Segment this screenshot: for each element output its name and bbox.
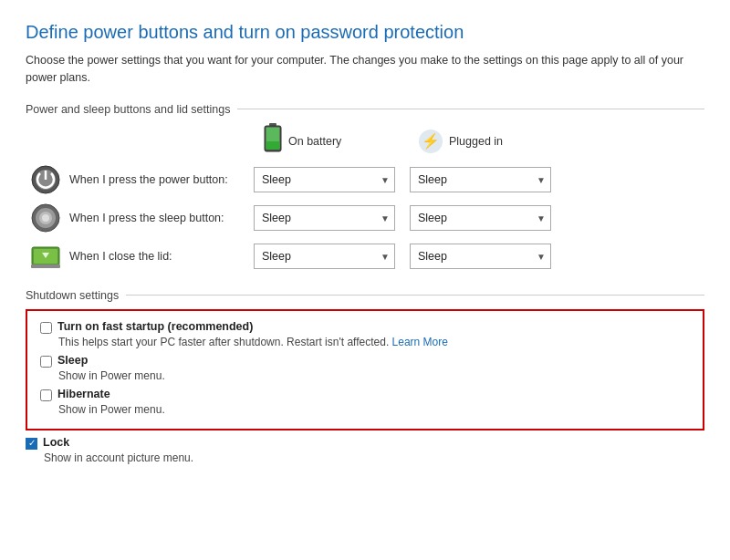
plug-icon: ⚡ — [418, 129, 443, 154]
hibernate-menu-checkbox[interactable] — [40, 389, 52, 401]
svg-text:⚡: ⚡ — [422, 132, 440, 150]
power-button-plugged-in-dropdown[interactable]: Sleep Do nothing Hibernate Shut down Tur… — [410, 167, 551, 192]
fast-startup-checkbox[interactable] — [40, 322, 52, 334]
hibernate-menu-checkbox-row: Hibernate — [40, 388, 690, 401]
sleep-menu-item: Sleep Show in Power menu. — [40, 354, 690, 382]
column-headers: On battery ⚡ Plugged in — [263, 123, 704, 160]
lid-plugged-in-select[interactable]: Sleep Do nothing Hibernate Shut down — [410, 244, 551, 269]
sleep-menu-label[interactable]: Sleep — [57, 354, 88, 367]
on-battery-header: On battery — [263, 123, 418, 160]
lid-on-battery-dropdown[interactable]: Sleep Do nothing Hibernate Shut down ▼ — [254, 244, 395, 269]
learn-more-link[interactable]: Learn More — [392, 336, 448, 348]
sleep-menu-checkbox-row: Sleep — [40, 354, 690, 368]
fast-startup-checkbox-row: Turn on fast startup (recommended) — [40, 320, 690, 334]
sleep-menu-checkbox[interactable] — [40, 356, 52, 368]
lock-label: Lock — [43, 436, 69, 449]
sleep-button-on-battery-select[interactable]: Sleep Do nothing Hibernate Shut down — [254, 205, 395, 231]
power-sleep-section-header: Power and sleep buttons and lid settings — [26, 103, 704, 116]
sleep-button-icon — [29, 202, 62, 234]
fast-startup-sublabel: This helps start your PC faster after sh… — [58, 336, 690, 348]
fast-startup-label[interactable]: Turn on fast startup (recommended) — [57, 320, 253, 333]
page-description: Choose the power settings that you want … — [26, 52, 704, 87]
power-button-on-battery-select[interactable]: Sleep Do nothing Hibernate Shut down Tur… — [254, 167, 395, 192]
hibernate-menu-item: Hibernate Show in Power menu. — [40, 388, 690, 416]
sleep-button-plugged-in-select[interactable]: Sleep Do nothing Hibernate Shut down — [410, 205, 551, 231]
lock-checked-icon — [26, 438, 37, 450]
svg-rect-3 — [266, 141, 280, 150]
sleep-button-on-battery-dropdown[interactable]: Sleep Do nothing Hibernate Shut down ▼ — [254, 205, 395, 231]
power-button-on-battery-dropdown[interactable]: Sleep Do nothing Hibernate Shut down Tur… — [254, 167, 395, 192]
lid-on-battery-select[interactable]: Sleep Do nothing Hibernate Shut down — [254, 244, 395, 269]
sleep-button-label: When I press the sleep button: — [62, 212, 254, 224]
lid-label: When I close the lid: — [62, 250, 254, 263]
power-button-label: When I press the power button: — [62, 173, 254, 186]
sleep-button-row: When I press the sleep button: Sleep Do … — [26, 202, 704, 234]
battery-icon — [263, 123, 283, 160]
fast-startup-item: Turn on fast startup (recommended) This … — [40, 320, 690, 348]
lock-menu-item: Lock Show in account picture menu. — [26, 436, 704, 464]
lock-sublabel: Show in account picture menu. — [44, 451, 704, 464]
svg-point-11 — [42, 214, 49, 222]
power-button-row: When I press the power button: Sleep Do … — [26, 163, 704, 196]
shutdown-section: Shutdown settings Turn on fast startup (… — [26, 289, 704, 464]
page-title: Define power buttons and turn on passwor… — [26, 22, 704, 43]
sleep-menu-sublabel: Show in Power menu. — [58, 369, 690, 382]
lid-row: When I close the lid: Sleep Do nothing H… — [26, 240, 704, 273]
power-button-icon — [29, 163, 62, 196]
hibernate-menu-label[interactable]: Hibernate — [57, 388, 110, 400]
power-button-plugged-in-select[interactable]: Sleep Do nothing Hibernate Shut down Tur… — [410, 167, 551, 192]
lid-icon — [29, 240, 62, 273]
sleep-button-plugged-in-dropdown[interactable]: Sleep Do nothing Hibernate Shut down ▼ — [410, 205, 551, 231]
plugged-in-header: ⚡ Plugged in — [418, 123, 573, 160]
shutdown-settings-box: Turn on fast startup (recommended) This … — [26, 309, 704, 430]
lock-checkbox-row: Lock — [26, 436, 704, 450]
shutdown-section-header: Shutdown settings — [26, 289, 704, 302]
svg-rect-14 — [31, 264, 60, 268]
hibernate-menu-sublabel: Show in Power menu. — [58, 403, 690, 416]
lid-plugged-in-dropdown[interactable]: Sleep Do nothing Hibernate Shut down ▼ — [410, 244, 551, 269]
